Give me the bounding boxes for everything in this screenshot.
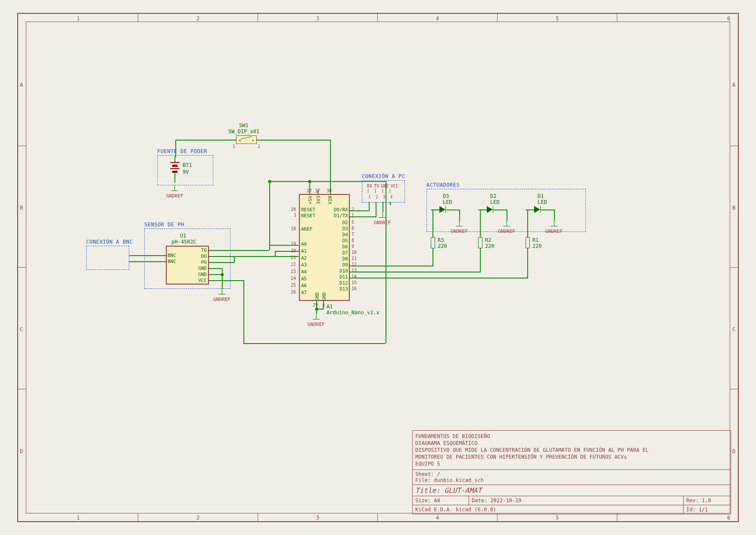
sw1-pin1: 1 [233,144,235,149]
ard-l-a0: A0 [301,241,307,247]
pc-rx: RX [367,184,372,188]
wire [236,140,236,141]
gnd-ph-label: GNDREF [213,297,230,302]
gnd-d3-label: GNDREF [451,228,468,234]
ard-rn-15: 15 [352,280,357,285]
ard-l-a5: A5 [301,276,307,282]
wire [431,210,439,210]
wire [175,140,236,141]
wire [526,210,534,210]
ard-rn-10: 10 [352,250,357,255]
wire [275,251,276,257]
ard-r-d6: D6 [341,244,348,250]
wire [243,343,386,344]
ruler-col-5-bot: 5 [556,515,559,521]
ruler-col-4-top: 4 [436,16,439,22]
ard-ln-24: 24 [291,276,296,281]
pc-tx: TX [374,184,379,188]
ph-left-bnc2: BNC [168,259,176,264]
ruler-col-3-bot: 3 [316,515,319,521]
wire [209,256,299,257]
ard-r-d11: D11 [339,274,348,280]
pc-arrow [390,189,390,193]
tb-line2: DIAGRAMA ESQUEMÁTICO [415,440,728,446]
group-act [426,189,586,232]
r3-ref: R3 [438,237,444,243]
ard-ln-3: 3 [294,213,296,218]
gnd-pc-label: GNDREF [374,220,391,225]
gnd-arduino-label: GNDREF [308,322,325,327]
arduino-ref: A1 [327,303,333,310]
battery-ref: BT1 [183,162,192,168]
ruler-col-1-top: 1 [77,16,80,22]
wire [432,210,433,237]
wire [209,262,234,263]
wire [309,190,310,194]
ard-b-gnd1: GND [314,292,320,301]
tb-rev: Rev: 1.0 [683,496,731,505]
ard-r-d4: D4 [341,232,348,238]
r1-ref: R1 [532,237,538,243]
ruler-col-3-top: 3 [316,16,319,22]
tb-line1: FUNDAMENTOS DE BIODISEÑO [415,433,728,439]
ard-rn-9: 9 [352,244,354,249]
sw1-ref: SW1 [239,122,249,128]
ruler-col-2-bot: 2 [196,515,199,521]
ard-rn-8: 8 [352,238,354,243]
gnd-d1-label: GNDREF [545,228,563,234]
ruler-col-1-bot: 1 [77,515,80,521]
wire [390,202,391,205]
ruler-col-2-top: 2 [196,16,199,22]
row-d-left: D [20,448,23,454]
sw1-val: SW_DIP_x01 [228,128,259,135]
tb-title: GLUT-AMAT [444,486,482,494]
ard-ln-23: 23 [291,269,296,274]
tb-line5: EQUIPO 5 [415,461,728,467]
arduino-top-5v: +5V [308,196,313,204]
group-sensor-label: SENSOR DE PH [144,222,184,228]
wire [478,210,487,210]
ph-right-gnd2: GND [196,272,207,277]
ard-ln-28: 28 [291,207,296,212]
tb-title-label: Title: [415,486,440,494]
pc-n2: 2 [376,195,378,199]
ard-r-d2: D2 [341,220,348,225]
wire [209,250,269,251]
wire [350,278,528,278]
ard-r-d10: D10 [339,268,348,274]
group-pc-label: CONEXIÓN A PC [362,173,405,179]
wire [234,256,235,262]
ard-ln-25: 25 [291,283,296,288]
ard-r-d13: D13 [339,286,348,292]
row-a-left: A [20,82,23,88]
d3-ref: D3 [443,193,449,199]
ruler-col-4-bot: 4 [436,515,439,521]
tb-size: Size: A4 [413,496,469,505]
ard-l-reset2: RESET [301,213,315,219]
pc-arrow [368,189,368,193]
group-bnc [86,246,129,270]
wire [376,202,376,216]
wire [175,140,176,156]
r1-val: 220 [532,243,542,249]
tb-file: File: dunbio.kicad_sch [415,477,728,483]
wire [358,266,433,266]
tb-sheet: Sheet: / [415,471,728,477]
ard-r-d1: D1/TX [331,213,348,219]
d2-val: LED [490,199,500,205]
row-a-right: A [732,82,735,88]
wire [269,245,299,246]
wire [209,268,222,269]
wire [209,274,222,275]
ph-right-gnd1: GND [196,266,207,271]
ard-r-d12: D12 [339,280,348,286]
ard-l-aref: AREF [301,226,313,232]
wire [446,210,459,210]
ard-rn-6: 6 [352,226,354,231]
row-c-left: C [20,326,23,332]
wire [129,261,166,262]
arduino-top-3v3: 3V3 [316,196,321,204]
ard-r-d8: D8 [341,256,348,262]
wire [459,210,460,221]
wire [480,248,481,272]
